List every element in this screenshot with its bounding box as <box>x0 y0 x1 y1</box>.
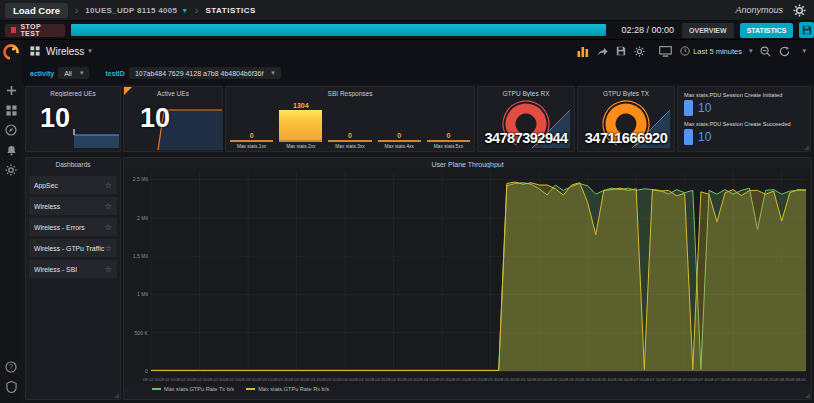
overview-button[interactable]: OVERVIEW <box>682 23 734 38</box>
statistics-button[interactable]: STATISTICS <box>740 23 794 38</box>
gtpu-bytes-rx-panel[interactable]: GTPU Bytes RX 34787392944 <box>477 86 575 152</box>
sbi-bar-value: 1304 <box>293 102 309 109</box>
dashboard-list-item[interactable]: Wireless - SBI☆ <box>29 260 117 278</box>
legend-item[interactable]: Max stats.GTPu Rate Rx b/s <box>246 386 329 392</box>
star-icon[interactable]: ☆ <box>105 202 112 211</box>
svg-text:08:03:50: 08:03:50 <box>321 377 338 382</box>
registered-ues-panel[interactable]: Registered UEs 10 <box>25 86 121 152</box>
sbi-bar-column: 0Max stats.3xx <box>328 99 371 149</box>
active-ues-areachart <box>124 98 222 150</box>
sbi-bar-label: Max stats.2xx <box>286 144 315 149</box>
stop-test-button[interactable]: STOP TEST <box>5 24 65 37</box>
dashboard-list-item[interactable]: Wireless - Errors☆ <box>29 218 117 236</box>
brand-logo[interactable]: Load Core <box>5 3 68 18</box>
testid-filter-label: testID <box>105 70 124 77</box>
star-icon[interactable]: ☆ <box>105 181 112 190</box>
svg-text:08:08:10: 08:08:10 <box>741 377 758 382</box>
save-dashboard-icon[interactable] <box>616 46 626 56</box>
star-icon[interactable]: ☆ <box>105 223 112 232</box>
svg-text:08:08:40: 08:08:40 <box>790 377 807 382</box>
user-plane-throughput-panel[interactable]: User Plane Throughput 0500 K1 Mil1.5 Mil… <box>123 157 812 400</box>
pdu-session-panel[interactable]: Max stats.PDU Session Create Initiated 1… <box>677 86 811 152</box>
svg-text:08:04:20: 08:04:20 <box>369 377 386 382</box>
sbi-bar-baseline <box>279 140 322 142</box>
gtpu-tx-value: 34711666920 <box>578 130 674 146</box>
dashboard-list-item[interactable]: Wireless☆ <box>29 197 117 215</box>
sbi-bar-value: 0 <box>446 132 450 139</box>
time-range-picker[interactable]: Last 5 minutes ▾ <box>680 46 752 56</box>
panel-title[interactable]: GTPU Bytes RX <box>478 87 574 97</box>
refresh-interval-caret[interactable]: ▾ <box>802 47 806 55</box>
svg-text:08:06:10: 08:06:10 <box>547 377 564 382</box>
share-icon[interactable] <box>597 46 608 57</box>
svg-text:08:06:30: 08:06:30 <box>580 377 597 382</box>
star-icon[interactable]: ☆ <box>105 265 112 274</box>
dashboards-panel[interactable]: Dashboards AppSec☆Wireless☆Wireless - Er… <box>25 157 121 400</box>
svg-text:08:06:20: 08:06:20 <box>564 377 581 382</box>
dashboard-list-item[interactable]: Wireless - GTPu Traffic☆ <box>29 239 117 257</box>
sbi-bar <box>279 110 322 140</box>
active-ues-panel[interactable]: Active UEs 10 <box>123 86 223 152</box>
panel-title[interactable]: Registered UEs <box>26 87 120 97</box>
pdu-succeeded-bar <box>684 129 693 145</box>
dashboard-list-item[interactable]: AppSec☆ <box>29 176 117 194</box>
time-range-label: Last 5 minutes <box>693 47 742 56</box>
add-panel-icon[interactable] <box>577 46 589 57</box>
chevron-down-icon: ▾ <box>749 47 753 55</box>
svg-text:08:03:40: 08:03:40 <box>305 377 322 382</box>
legend-item[interactable]: Max stats.GTPu Rate Tx b/s <box>152 386 234 392</box>
save-button[interactable] <box>799 22 814 38</box>
throughput-chart[interactable]: 0500 K1 Mil1.5 Mil2 Mil2.5 Mil08:02:0008… <box>124 168 811 386</box>
svg-text:08:04:00: 08:04:00 <box>337 377 354 382</box>
dashboard-name[interactable]: Wireless <box>46 46 84 57</box>
chevron-down-icon[interactable]: ▼ <box>181 7 188 14</box>
sbi-bar-label: Max stats.3xx <box>335 144 364 149</box>
activity-filter-label: activity <box>30 70 54 77</box>
save-icon <box>802 25 812 35</box>
sbi-bar-baseline <box>230 140 273 142</box>
svg-text:1.5 Mil: 1.5 Mil <box>133 253 148 259</box>
svg-text:08:07:20: 08:07:20 <box>661 377 678 382</box>
svg-text:2 Mil: 2 Mil <box>137 215 148 221</box>
breadcrumb-separator: › <box>195 5 198 16</box>
gtpu-rx-value: 34787392944 <box>478 130 574 146</box>
dashboards-icon[interactable] <box>4 103 18 117</box>
gtpu-bytes-tx-panel[interactable]: GTPU Bytes TX 34711666920 <box>577 86 675 152</box>
sbi-responses-panel[interactable]: SBI Responses 0Max stats.1xx1304Max stat… <box>225 86 475 152</box>
activity-filter-select[interactable]: All ▾ <box>58 67 89 79</box>
help-icon[interactable]: ? <box>4 360 18 374</box>
bell-icon[interactable] <box>4 143 18 157</box>
panel-title[interactable]: User Plane Throughput <box>124 158 811 168</box>
add-icon[interactable] <box>4 83 18 97</box>
dashboard-toolbar: Wireless ▾ Last 5 minutes ▾ <box>22 40 814 62</box>
panel-title[interactable]: GTPU Bytes TX <box>578 87 674 97</box>
pdu-initiated-value: 10 <box>698 101 711 115</box>
legend-label: Max stats.GTPu Rate Rx b/s <box>258 386 329 392</box>
breadcrumb-test-name[interactable]: 10UES_UDP 8115 4005 <box>85 6 177 15</box>
explore-compass-icon[interactable] <box>4 123 18 137</box>
panel-title[interactable]: Dashboards <box>26 158 120 168</box>
testid-filter-select[interactable]: 107ab484 7629 4128 a7b8 4b4804b6f36f ▾ <box>129 67 281 79</box>
svg-text:08:03:00: 08:03:00 <box>240 377 257 382</box>
svg-text:08:06:40: 08:06:40 <box>596 377 613 382</box>
sbi-bar-baseline <box>378 140 421 142</box>
gear-icon[interactable] <box>793 4 806 17</box>
svg-text:08:02:30: 08:02:30 <box>192 377 209 382</box>
star-icon[interactable]: ☆ <box>105 244 112 253</box>
sbi-bar-value: 0 <box>250 132 254 139</box>
active-ues-value: 10 <box>140 103 170 134</box>
grafana-logo-icon[interactable] <box>3 44 19 60</box>
shield-icon[interactable] <box>4 380 18 394</box>
dashboard-item-label: Wireless - Errors <box>34 224 105 231</box>
zoom-out-icon[interactable] <box>760 46 771 57</box>
settings-gear-icon[interactable] <box>4 163 18 177</box>
chevron-down-icon[interactable]: ▾ <box>88 47 92 55</box>
tv-mode-icon[interactable] <box>659 46 672 57</box>
panel-alert-corner <box>124 87 132 95</box>
refresh-icon[interactable] <box>779 46 790 57</box>
panel-title[interactable]: SBI Responses <box>226 87 474 97</box>
stop-test-label: STOP TEST <box>20 23 58 37</box>
username-label[interactable]: Anonymous <box>735 5 783 15</box>
panel-title[interactable]: Active UEs <box>124 87 222 97</box>
panel-settings-gear-icon[interactable] <box>634 46 645 57</box>
